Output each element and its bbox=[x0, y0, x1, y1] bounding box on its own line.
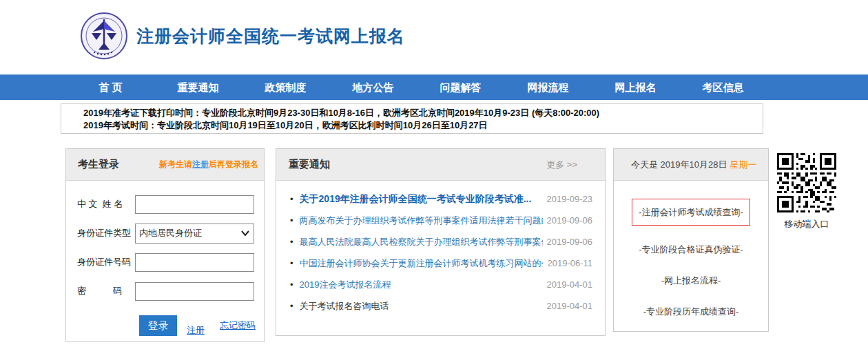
notice-line-1: 2019年准考证下载打印时间：专业阶段北京时间9月23-30日和10月8-16日… bbox=[83, 107, 756, 119]
password-row: 密 码 bbox=[77, 281, 256, 301]
today-date-text: 今天是 2019年10月28日 bbox=[631, 159, 727, 170]
nav-item[interactable]: 地方公告 bbox=[329, 75, 417, 100]
nav-item[interactable]: 考区信息 bbox=[679, 75, 767, 100]
login-panel-header: 考生登录 新考生请注册后再登录报名 bbox=[66, 149, 264, 181]
notice-item: • 两高发布关于办理组织考试作弊等刑事案件适用法律若干问题的... 2019-0… bbox=[290, 210, 592, 231]
bullet-icon: • bbox=[290, 279, 293, 290]
register-link[interactable]: 注册 bbox=[187, 324, 205, 337]
mobile-entry: 移动端入口 bbox=[777, 153, 836, 230]
id-type-row: 身份证件类型 内地居民身份证 bbox=[77, 224, 256, 243]
bullet-icon: • bbox=[290, 215, 293, 226]
notice-date: 2019-09-06 bbox=[543, 237, 592, 247]
score-query-box: -注册会计师考试成绩查询- bbox=[632, 199, 750, 226]
nav-item[interactable]: 重要通知 bbox=[154, 75, 242, 100]
today-weekday: 星期一 bbox=[730, 159, 756, 170]
notices-title: 重要通知 bbox=[289, 158, 330, 171]
chevron-down-icon bbox=[241, 230, 249, 237]
today-date: 今天是 2019年10月28日星期一 bbox=[631, 159, 756, 171]
quick-links: -注册会计师考试成绩查询- -专业阶段合格证真伪验证- -网上报名流程- -专业… bbox=[614, 181, 768, 318]
notice-date: 2019-09-23 bbox=[543, 194, 592, 204]
score-query-link[interactable]: -注册会计师考试成绩查询- bbox=[639, 207, 743, 217]
notice-link[interactable]: 中国注册会计师协会关于更新注册会计师考试机考练习网站的公... bbox=[300, 257, 543, 270]
id-type-selected-value: 内地居民身份证 bbox=[139, 227, 202, 239]
notice-date: 2019-06-11 bbox=[543, 258, 592, 268]
id-number-row: 身份证件号码 bbox=[77, 252, 256, 272]
password-input[interactable] bbox=[135, 282, 254, 301]
nav-item[interactable]: 首 页 bbox=[67, 75, 154, 100]
login-title: 考生登录 bbox=[78, 158, 119, 171]
cicpa-logo-icon bbox=[79, 11, 129, 61]
page-title: 注册会计师全国统一考试网上报名 bbox=[136, 25, 405, 48]
login-form: 中 文 姓 名 身份证件类型 内地居民身份证 身份证件号码 密 码 登录 bbox=[66, 181, 264, 337]
site-header: 注册会计师全国统一考试网上报名 bbox=[0, 0, 868, 75]
forgot-password-link[interactable]: 忘记密码 bbox=[220, 319, 256, 332]
bullet-icon: • bbox=[290, 301, 293, 311]
exam-time-notice: 2019年准考证下载打印时间：专业阶段北京时间9月23-30日和10月8-16日… bbox=[61, 103, 763, 134]
qr-code-icon bbox=[777, 153, 836, 212]
today-header: 今天是 2019年10月28日星期一 bbox=[614, 149, 768, 181]
notice-link[interactable]: 关于考试报名咨询电话 bbox=[300, 300, 543, 313]
id-number-input[interactable] bbox=[135, 253, 254, 272]
cert-verify-link[interactable]: -专业阶段合格证真伪验证- bbox=[639, 244, 743, 256]
notice-date: 2019-04-01 bbox=[543, 279, 592, 290]
notice-item: • 最高人民法院最高人民检察院关于办理组织考试作弊等刑事案件... 2019-0… bbox=[290, 231, 592, 252]
login-button[interactable]: 登录 bbox=[139, 315, 177, 336]
notices-panel-header: 重要通知 更多 >> bbox=[276, 149, 605, 181]
notices-panel: 重要通知 更多 >> • 关于2019年注册会计师全国统一考试专业阶段考试准..… bbox=[276, 148, 606, 336]
notice-item: • 关于考试报名咨询电话 2019-04-01 bbox=[290, 295, 592, 317]
login-subtitle-suffix: 后再登录报名 bbox=[209, 159, 258, 169]
notice-item: • 中国注册会计师协会关于更新注册会计师考试机考练习网站的公... 2019-0… bbox=[290, 252, 592, 274]
name-row: 中 文 姓 名 bbox=[77, 195, 256, 214]
id-type-select[interactable]: 内地居民身份证 bbox=[135, 224, 254, 244]
login-subtitle-prefix: 新考生请 bbox=[159, 159, 192, 169]
notice-link[interactable]: 最高人民法院最高人民检察院关于办理组织考试作弊等刑事案件... bbox=[300, 236, 543, 248]
bullet-icon: • bbox=[290, 194, 293, 204]
notice-list: • 关于2019年注册会计师全国统一考试专业阶段考试准... 2019-09-2… bbox=[276, 181, 605, 317]
bullet-icon: • bbox=[290, 258, 293, 268]
nav-item[interactable]: 问题解答 bbox=[417, 75, 504, 100]
notice-date: 2019-04-01 bbox=[543, 301, 592, 311]
more-link[interactable]: 更多 >> bbox=[546, 159, 577, 171]
notice-item: • 2019注会考试报名流程 2019-04-01 bbox=[290, 274, 592, 295]
id-type-label: 身份证件类型 bbox=[77, 227, 135, 239]
login-panel: 考生登录 新考生请注册后再登录报名 中 文 姓 名 身份证件类型 内地居民身份证… bbox=[65, 148, 265, 342]
register-inline-link[interactable]: 注册 bbox=[192, 159, 209, 169]
nav-item[interactable]: 网报流程 bbox=[504, 75, 592, 100]
name-label: 中 文 姓 名 bbox=[77, 198, 135, 210]
notice-line-2: 2019年考试时间：专业阶段北京时间10月19日至10月20日，欧洲考区比利时时… bbox=[83, 119, 756, 132]
notice-link[interactable]: 2019注会考试报名流程 bbox=[300, 279, 543, 291]
page: 注册会计师全国统一考试网上报名 首 页重要通知政策制度地方公告问题解答网报流程网… bbox=[0, 0, 868, 347]
login-actions: 登录 注册 忘记密码 bbox=[139, 315, 256, 337]
password-label: 密 码 bbox=[77, 285, 135, 297]
nav-item[interactable]: 政策制度 bbox=[242, 75, 329, 100]
id-number-label: 身份证件号码 bbox=[77, 256, 135, 268]
nav-item[interactable]: 网上报名 bbox=[592, 75, 679, 100]
notice-item: • 关于2019年注册会计师全国统一考试专业阶段考试准... 2019-09-2… bbox=[290, 188, 592, 210]
mobile-entry-label: 移动端入口 bbox=[777, 218, 836, 230]
notice-link[interactable]: 两高发布关于办理组织考试作弊等刑事案件适用法律若干问题的... bbox=[300, 215, 543, 227]
login-subtitle: 新考生请注册后再登录报名 bbox=[159, 159, 258, 170]
registration-flow-link[interactable]: -网上报名流程- bbox=[661, 275, 721, 287]
history-score-link[interactable]: -专业阶段历年成绩查询- bbox=[643, 306, 739, 318]
chinese-name-input[interactable] bbox=[135, 195, 254, 214]
quick-links-panel: 今天是 2019年10月28日星期一 -注册会计师考试成绩查询- -专业阶段合格… bbox=[613, 148, 769, 332]
main-nav: 首 页重要通知政策制度地方公告问题解答网报流程网上报名考区信息 bbox=[0, 75, 868, 100]
bullet-icon: • bbox=[290, 237, 293, 247]
notice-date: 2019-09-06 bbox=[543, 215, 592, 226]
notice-link[interactable]: 关于2019年注册会计师全国统一考试专业阶段考试准... bbox=[300, 193, 543, 206]
